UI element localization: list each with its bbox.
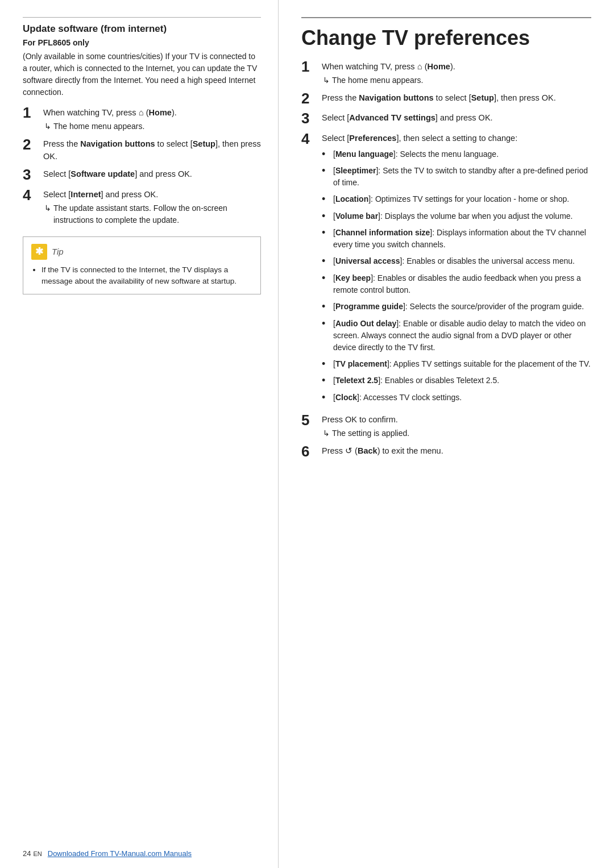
left-step-4: 4 Select [Internet] and press OK. ↳ The … bbox=[23, 189, 261, 226]
step-num-4: 4 bbox=[23, 187, 43, 203]
right-step-num-4: 4 bbox=[301, 131, 322, 147]
step-4-arrow: ↳ The update assistant starts. Follow th… bbox=[44, 202, 261, 226]
right-step-5-content: Press OK to confirm. ↳ The setting is ap… bbox=[322, 414, 591, 439]
right-steps: 1 When watching TV, press ⌂ (Home). ↳ Th… bbox=[301, 60, 591, 460]
right-step-5-text: Press OK to confirm. bbox=[322, 415, 398, 424]
right-step-num-1: 1 bbox=[301, 59, 322, 75]
pref-channel-info: • [Channel information size]: Displays i… bbox=[322, 227, 591, 251]
step-num-3: 3 bbox=[23, 167, 43, 183]
left-section-title: Update software (from internet) bbox=[23, 23, 261, 35]
pref-key-beep: • [Key beep]: Enables or disables the au… bbox=[322, 272, 591, 296]
footer-link[interactable]: Downloaded From TV-Manual.com Manuals bbox=[48, 849, 192, 858]
right-step-2-content: Press the Navigation buttons to select [… bbox=[322, 92, 591, 105]
right-step-6-text: Press ↺ (Back) to exit the menu. bbox=[322, 446, 443, 455]
right-step-num-5: 5 bbox=[301, 412, 322, 429]
right-step-1-text: When watching TV, press bbox=[322, 62, 417, 71]
right-step-num-6: 6 bbox=[301, 443, 322, 460]
right-column: Change TV preferences 1 When watching TV… bbox=[279, 0, 614, 868]
tip-header: ✱ Tip bbox=[31, 244, 252, 260]
step-4-content: Select [Internet] and press OK. ↳ The up… bbox=[43, 189, 261, 226]
tip-label: Tip bbox=[52, 247, 64, 256]
step-1-homelabel: (Home). bbox=[146, 108, 177, 117]
left-section-intro: (Only available in some countries/cities… bbox=[23, 51, 261, 98]
tip-item-1: If the TV is connected to the Internet, … bbox=[42, 264, 252, 288]
right-step-4-content: Select [Preferences], then select a sett… bbox=[322, 132, 591, 409]
right-step-1-homelabel: (Home). bbox=[425, 62, 455, 71]
right-step-3-text: Select [Advanced TV settings] and press … bbox=[322, 113, 493, 122]
right-step-5: 5 Press OK to confirm. ↳ The setting is … bbox=[301, 414, 591, 439]
step-2-content: Press the Navigation buttons to select [… bbox=[43, 138, 261, 163]
pref-universal-access: • [Universal access]: Enables or disable… bbox=[322, 255, 591, 268]
step-1-content: When watching TV, press ⌂ (Home). ↳ The … bbox=[43, 106, 261, 132]
step-num-1: 1 bbox=[23, 105, 43, 121]
preferences-list: • [Menu language]: Selects the menu lang… bbox=[322, 148, 591, 404]
right-step-num-2: 2 bbox=[301, 90, 322, 107]
left-section-subtitle: For PFL8605 only bbox=[23, 38, 261, 47]
step-3-content: Select [Software update] and press OK. bbox=[43, 168, 261, 181]
right-step-3-content: Select [Advanced TV settings] and press … bbox=[322, 112, 591, 124]
left-column: Update software (from internet) For PFL8… bbox=[0, 0, 279, 868]
step-2-text-before: Press the Navigation buttons to select [… bbox=[43, 139, 261, 161]
step-1-arrow: ↳ The home menu appears. bbox=[44, 121, 261, 132]
section-divider bbox=[23, 17, 261, 18]
step-4-text: Select [Internet] and press OK. bbox=[43, 190, 158, 199]
left-steps: 1 When watching TV, press ⌂ (Home). ↳ Th… bbox=[23, 106, 261, 226]
right-step-6: 6 Press ↺ (Back) to exit the menu. bbox=[301, 445, 591, 460]
right-step-2: 2 Press the Navigation buttons to select… bbox=[301, 92, 591, 107]
tip-box: ✱ Tip If the TV is connected to the Inte… bbox=[23, 236, 261, 295]
footer: 24 EN Downloaded From TV-Manual.com Manu… bbox=[0, 849, 614, 858]
right-step-3: 3 Select [Advanced TV settings] and pres… bbox=[301, 112, 591, 127]
pref-audio-out-delay: • [Audio Out delay]: Enable or disable a… bbox=[322, 318, 591, 354]
right-step-2-text: Press the Navigation buttons to select [… bbox=[322, 93, 556, 102]
left-step-2: 2 Press the Navigation buttons to select… bbox=[23, 138, 261, 163]
right-step-1-content: When watching TV, press ⌂ (Home). ↳ The … bbox=[322, 60, 591, 86]
tip-body: If the TV is connected to the Internet, … bbox=[31, 264, 252, 288]
pref-volume-bar: • [Volume bar]: Displays the volume bar … bbox=[322, 210, 591, 223]
left-step-1: 1 When watching TV, press ⌂ (Home). ↳ Th… bbox=[23, 106, 261, 132]
pref-location: • [Location]: Optimizes TV settings for … bbox=[322, 193, 591, 206]
right-step-1-arrow: ↳ The home menu appears. bbox=[323, 74, 591, 86]
left-step-3: 3 Select [Software update] and press OK. bbox=[23, 168, 261, 183]
step-num-2: 2 bbox=[23, 136, 43, 153]
tip-icon: ✱ bbox=[31, 244, 47, 260]
right-step-4-text: Select [Preferences], then select a sett… bbox=[322, 134, 517, 143]
pref-sleeptimer: • [Sleeptimer]: Sets the TV to switch to… bbox=[322, 165, 591, 189]
right-step-1: 1 When watching TV, press ⌂ (Home). ↳ Th… bbox=[301, 60, 591, 86]
pref-programme-guide: • [Programme guide]: Selects the source/… bbox=[322, 301, 591, 313]
step-1-text: When watching TV, press bbox=[43, 108, 139, 117]
right-step-5-arrow: ↳ The setting is applied. bbox=[323, 427, 591, 439]
home-icon: ⌂ bbox=[139, 106, 144, 119]
right-home-icon: ⌂ bbox=[417, 60, 422, 73]
pref-menu-language: • [Menu language]: Selects the menu lang… bbox=[322, 148, 591, 161]
footer-lang: EN bbox=[33, 850, 42, 857]
right-step-num-3: 3 bbox=[301, 110, 322, 127]
pref-clock: • [Clock]: Accesses TV clock settings. bbox=[322, 392, 591, 404]
footer-page-number: 24 bbox=[23, 849, 31, 858]
right-step-6-content: Press ↺ (Back) to exit the menu. bbox=[322, 445, 591, 458]
pref-teletext: • [Teletext 2.5]: Enables or disables Te… bbox=[322, 375, 591, 387]
pref-tv-placement: • [TV placement]: Applies TV settings su… bbox=[322, 358, 591, 371]
step-3-text: Select [Software update] and press OK. bbox=[43, 169, 192, 178]
right-section-title: Change TV preferences bbox=[301, 17, 591, 50]
right-step-4: 4 Select [Preferences], then select a se… bbox=[301, 132, 591, 409]
